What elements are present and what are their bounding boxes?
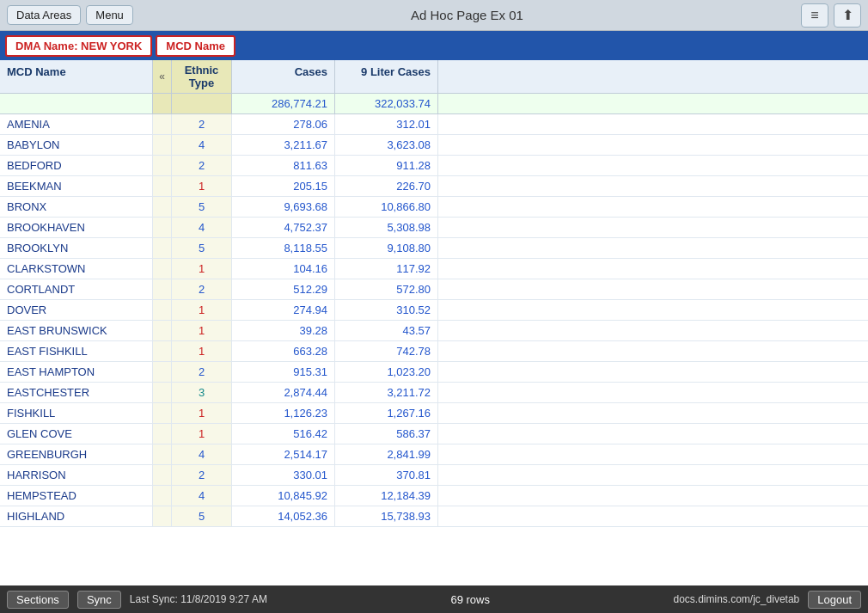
cell-mcd-name: BRONX <box>0 197 153 217</box>
cell-collapse-space <box>153 486 172 506</box>
cell-ethnic-type: 1 <box>172 259 232 279</box>
cell-mcd-name: GREENBURGH <box>0 444 153 464</box>
cell-collapse-space <box>153 362 172 382</box>
cell-rest <box>438 383 868 402</box>
logout-button[interactable]: Logout <box>808 591 861 609</box>
cell-ethnic-type: 4 <box>172 444 232 464</box>
cell-rest <box>438 259 868 279</box>
table-row[interactable]: BABYLON 4 3,211.67 3,623.08 <box>0 135 868 156</box>
last-sync-text: Last Sync: 11/8/2019 9:27 AM <box>130 593 267 605</box>
cell-ethnic-type: 5 <box>172 506 232 526</box>
cell-mcd-name: EAST FISHKILL <box>0 341 153 361</box>
cell-9liter: 5,308.98 <box>335 218 438 237</box>
table-row[interactable]: BROOKLYN 5 8,118.55 9,108.80 <box>0 238 868 259</box>
cell-rest <box>438 197 868 217</box>
menu-button[interactable]: Menu <box>86 5 133 25</box>
cell-9liter: 10,866.80 <box>335 197 438 217</box>
cell-cases: 10,845.92 <box>232 486 335 506</box>
table-row[interactable]: CORTLANDT 2 512.29 572.80 <box>0 279 868 300</box>
sync-button[interactable]: Sync <box>77 591 121 609</box>
table-row[interactable]: EASTCHESTER 3 2,874.44 3,211.72 <box>0 383 868 403</box>
table-row[interactable]: HEMPSTEAD 4 10,845.92 12,184.39 <box>0 486 868 506</box>
table-row[interactable]: BEDFORD 2 811.63 911.28 <box>0 156 868 176</box>
cell-9liter: 370.81 <box>335 465 438 485</box>
cell-rest <box>438 156 868 175</box>
table-row[interactable]: BRONX 5 9,693.68 10,866.80 <box>0 197 868 218</box>
filter-bar: DMA Name: NEW YORK MCD Name <box>0 31 868 60</box>
cell-cases: 2,874.44 <box>232 383 335 402</box>
table-scroll[interactable]: AMENIA 2 278.06 312.01 BABYLON 4 3,211.6… <box>0 114 868 585</box>
cell-mcd-name: BROOKLYN <box>0 238 153 258</box>
cell-cases: 516.42 <box>232 424 335 444</box>
table-row[interactable]: GREENBURGH 4 2,514.17 2,841.99 <box>0 444 868 465</box>
totals-9liter-cell: 322,033.74 <box>335 94 438 113</box>
totals-row: 286,774.21 322,033.74 <box>0 94 868 114</box>
cell-9liter: 117.92 <box>335 259 438 279</box>
table-row[interactable]: BEEKMAN 1 205.15 226.70 <box>0 176 868 197</box>
cell-9liter: 3,623.08 <box>335 135 438 155</box>
cell-collapse-space <box>153 383 172 402</box>
top-bar-right: ≡ ⬆ <box>801 3 861 28</box>
table-row[interactable]: HARRISON 2 330.01 370.81 <box>0 465 868 486</box>
table-row[interactable]: EAST HAMPTON 2 915.31 1,023.20 <box>0 362 868 383</box>
cell-ethnic-type: 1 <box>172 321 232 340</box>
cell-ethnic-type: 3 <box>172 383 232 402</box>
table-row[interactable]: HIGHLAND 5 14,052.36 15,738.93 <box>0 506 868 527</box>
col-cases-header: Cases <box>232 60 335 93</box>
data-areas-button[interactable]: Data Areas <box>7 5 81 25</box>
col-collapse-button[interactable]: « <box>153 60 172 93</box>
cell-collapse-space <box>153 321 172 340</box>
cell-mcd-name: EAST BRUNSWICK <box>0 321 153 340</box>
cell-cases: 512.29 <box>232 279 335 299</box>
page-title: Ad Hoc Page Ex 01 <box>133 8 801 22</box>
cell-cases: 14,052.36 <box>232 506 335 526</box>
cell-mcd-name: BEDFORD <box>0 156 153 175</box>
cell-rest <box>438 218 868 237</box>
table-row[interactable]: EAST FISHKILL 1 663.28 742.78 <box>0 341 868 362</box>
mcd-filter-tab[interactable]: MCD Name <box>156 35 235 57</box>
cell-collapse-space <box>153 444 172 464</box>
cell-collapse-space <box>153 259 172 279</box>
top-bar: Data Areas Menu Ad Hoc Page Ex 01 ≡ ⬆ <box>0 0 868 31</box>
cell-collapse-space <box>153 506 172 526</box>
totals-mcd-cell <box>0 94 153 113</box>
cell-9liter: 15,738.93 <box>335 506 438 526</box>
cell-mcd-name: HEMPSTEAD <box>0 486 153 506</box>
cell-ethnic-type: 4 <box>172 486 232 506</box>
table-row[interactable]: CLARKSTOWN 1 104.16 117.92 <box>0 259 868 279</box>
cell-mcd-name: HIGHLAND <box>0 506 153 526</box>
cell-mcd-name: FISHKILL <box>0 403 153 423</box>
col-rest-header <box>438 60 868 93</box>
table-header: MCD Name « Ethnic Type Cases 9 Liter Cas… <box>0 60 868 94</box>
cell-9liter: 12,184.39 <box>335 486 438 506</box>
cell-mcd-name: CLARKSTOWN <box>0 259 153 279</box>
cell-cases: 2,514.17 <box>232 444 335 464</box>
cell-rest <box>438 135 868 155</box>
hamburger-menu-button[interactable]: ≡ <box>801 3 828 28</box>
cell-9liter: 1,023.20 <box>335 362 438 382</box>
status-url: docs.dimins.com/jc_divetab <box>674 593 800 605</box>
cell-collapse-space <box>153 424 172 444</box>
cell-collapse-space <box>153 279 172 299</box>
col-ethnic-type-header: Ethnic Type <box>172 60 232 93</box>
table-row[interactable]: DOVER 1 274.94 310.52 <box>0 300 868 321</box>
cell-mcd-name: AMENIA <box>0 114 153 134</box>
cell-9liter: 312.01 <box>335 114 438 134</box>
cell-mcd-name: BEEKMAN <box>0 176 153 196</box>
cell-ethnic-type: 2 <box>172 362 232 382</box>
table-row[interactable]: FISHKILL 1 1,126.23 1,267.16 <box>0 403 868 424</box>
table-row[interactable]: GLEN COVE 1 516.42 586.37 <box>0 424 868 444</box>
cell-collapse-space <box>153 135 172 155</box>
dma-filter-tab[interactable]: DMA Name: NEW YORK <box>5 35 152 57</box>
sections-button[interactable]: Sections <box>7 591 69 609</box>
cell-mcd-name: EASTCHESTER <box>0 383 153 402</box>
cell-rest <box>438 279 868 299</box>
rows-count: 69 rows <box>276 593 665 606</box>
cell-ethnic-type: 2 <box>172 156 232 175</box>
cell-cases: 4,752.37 <box>232 218 335 237</box>
table-row[interactable]: BROOKHAVEN 4 4,752.37 5,308.98 <box>0 218 868 238</box>
table-row[interactable]: EAST BRUNSWICK 1 39.28 43.57 <box>0 321 868 341</box>
share-button[interactable]: ⬆ <box>834 3 861 28</box>
cell-9liter: 9,108.80 <box>335 238 438 258</box>
table-row[interactable]: AMENIA 2 278.06 312.01 <box>0 114 868 135</box>
